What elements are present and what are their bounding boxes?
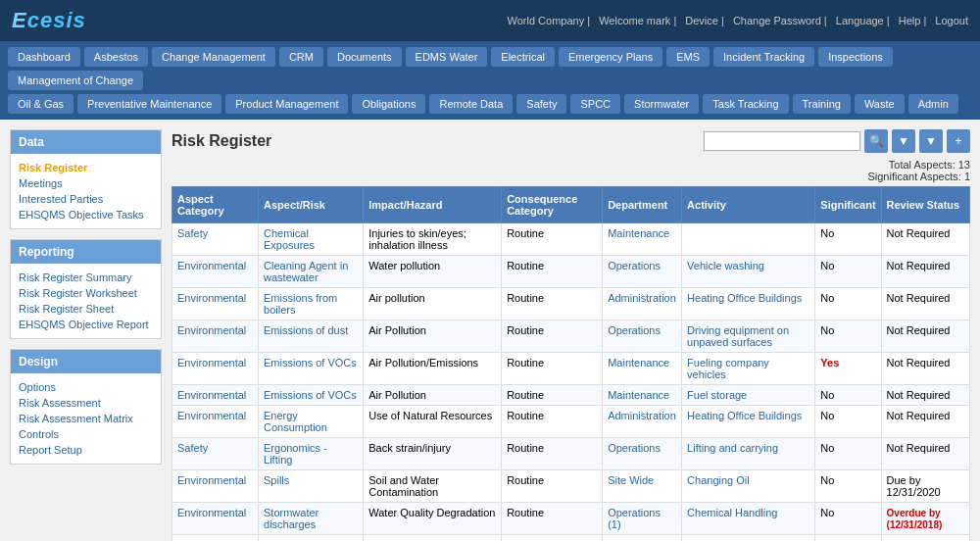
nav-btn-stormwater[interactable]: Stormwater xyxy=(624,94,699,114)
nav-btn-electrical[interactable]: Electrical xyxy=(491,47,555,67)
nav-btn-emergency-plans[interactable]: Emergency Plans xyxy=(559,47,662,67)
aspect-category-link[interactable]: Environmental xyxy=(177,260,246,271)
department-link[interactable]: Maintenance xyxy=(608,357,669,369)
nav-btn-waste[interactable]: Waste xyxy=(855,94,905,114)
nav-btn-preventative-maintenance[interactable]: Preventative Maintenance xyxy=(77,94,221,114)
logout-link[interactable]: Logout xyxy=(935,15,968,26)
aspect-category-link[interactable]: Environmental xyxy=(177,324,246,336)
sidebar-link-risk-assessment[interactable]: Risk Assessment xyxy=(19,395,153,411)
sidebar-link-risk-register-sheet[interactable]: Risk Register Sheet xyxy=(19,301,153,317)
activity-link[interactable]: Chemical Handling xyxy=(687,507,777,518)
nav-btn-obligations[interactable]: Obligations xyxy=(352,94,425,114)
nav-btn-inspections[interactable]: Inspections xyxy=(818,47,893,67)
activity-link[interactable]: Lifting and carrying xyxy=(687,442,778,454)
nav-btn-product-management[interactable]: Product Management xyxy=(225,94,348,114)
nav-btn-edms-water[interactable]: EDMS Water xyxy=(406,47,488,67)
aspect-risk-link[interactable]: Stormwater discharges xyxy=(264,507,318,530)
activity-link[interactable]: Fueling company vehicles xyxy=(687,357,769,380)
aspect-category-link[interactable]: Environmental xyxy=(177,292,246,304)
nav-btn-training[interactable]: Training xyxy=(793,94,851,114)
sidebar-link-report-setup[interactable]: Report Setup xyxy=(19,442,153,458)
table-row: EnvironmentalUse of OilConsumption of Na… xyxy=(172,535,970,542)
aspect-risk-link[interactable]: Emissions of VOCs xyxy=(264,389,357,401)
consequence-cell: Routine xyxy=(502,535,603,542)
aspect-category-link[interactable]: Safety xyxy=(177,227,208,239)
nav-btn-spcc[interactable]: SPCC xyxy=(570,94,620,114)
sidebar-link-options[interactable]: Options xyxy=(19,379,153,395)
language-link[interactable]: Language xyxy=(836,15,884,26)
total-aspects: Total Aspects: 13 xyxy=(172,159,970,171)
aspect-risk-link[interactable]: Emissions of dust xyxy=(264,324,348,336)
sidebar-link-meetings[interactable]: Meetings xyxy=(19,175,153,191)
significant-cell: No xyxy=(815,256,881,288)
aspect-risk-link[interactable]: Ergonomics - Lifting xyxy=(264,442,327,466)
filter2-button[interactable]: ▼ xyxy=(919,129,943,153)
department-link[interactable]: Maintenance xyxy=(608,227,669,239)
aspect-risk-link[interactable]: Energy Consumption xyxy=(264,410,327,433)
sidebar-link-interested-parties[interactable]: Interested Parties xyxy=(19,191,153,207)
nav-btn-asbestos[interactable]: Asbestos xyxy=(84,47,148,67)
sidebar-link-risk-register[interactable]: Risk Register xyxy=(19,160,153,175)
help-link[interactable]: Help xyxy=(899,15,921,26)
aspect-risk-link[interactable]: Emissions from boilers xyxy=(264,292,337,316)
search-button[interactable]: 🔍 xyxy=(864,129,888,153)
aspect-risk-link[interactable]: Chemical Exposures xyxy=(264,227,315,251)
department-link[interactable]: Operations xyxy=(608,324,661,336)
nav-btn-management-of-change[interactable]: Management of Change xyxy=(8,71,143,90)
nav-btn-documents[interactable]: Documents xyxy=(327,47,402,67)
change-password-link[interactable]: Change Password xyxy=(733,15,821,26)
activity-link[interactable]: Driving equipment on unpaved surfaces xyxy=(687,324,789,348)
impact-cell: Injuries to skin/eyes; inhalation illnes… xyxy=(364,223,502,256)
nav-btn-task-tracking[interactable]: Task Tracking xyxy=(703,94,788,114)
col-consequence: Consequence Category xyxy=(502,187,603,223)
sidebar-link-risk-register-summary[interactable]: Risk Register Summary xyxy=(19,270,153,285)
review-status-cell: Not Required xyxy=(881,385,969,406)
department-link[interactable]: Administration xyxy=(608,410,676,421)
department-link[interactable]: Maintenance xyxy=(608,389,669,401)
department-link[interactable]: Operations (1) xyxy=(608,507,661,530)
activity-link[interactable]: Fuel storage xyxy=(687,389,747,401)
nav-btn-safety[interactable]: Safety xyxy=(516,94,566,114)
sidebar-link-controls[interactable]: Controls xyxy=(19,426,153,442)
aspect-category-link[interactable]: Environmental xyxy=(177,474,246,486)
nav-btn-admin[interactable]: Admin xyxy=(908,94,958,114)
sidebar-link-risk-register-worksheet[interactable]: Risk Register Worksheet xyxy=(19,285,153,301)
nav-btn-incident-tracking[interactable]: Incident Tracking xyxy=(713,47,814,67)
aspect-risk-link[interactable]: Cleaning Agent in wastewater xyxy=(264,260,348,283)
nav-btn-crm[interactable]: CRM xyxy=(279,47,323,67)
department-link[interactable]: Operations xyxy=(608,260,661,271)
significant-aspects: Significant Aspects: 1 xyxy=(172,171,970,182)
sidebar-link-risk-assessment-matrix[interactable]: Risk Assessment Matrix xyxy=(19,411,153,426)
department-link[interactable]: Site Wide xyxy=(608,474,654,486)
aspect-category-link[interactable]: Safety xyxy=(177,442,208,454)
search-input[interactable] xyxy=(704,131,860,151)
sidebar-link-ehsqms-objective-tasks[interactable]: EHSQMS Objective Tasks xyxy=(19,207,153,222)
nav-btn-remote-data[interactable]: Remote Data xyxy=(429,94,513,114)
nav-btn-change-management[interactable]: Change Management xyxy=(152,47,275,67)
department-link[interactable]: Operations xyxy=(608,442,661,454)
device-link[interactable]: Device xyxy=(685,15,718,26)
aspect-risk-link[interactable]: Spills xyxy=(264,474,289,486)
activity-link[interactable]: Changing Oil xyxy=(687,474,750,486)
nav-btn-dashboard[interactable]: Dashboard xyxy=(8,47,80,67)
aspect-risk-link[interactable]: Emissions of VOCs xyxy=(264,357,357,369)
add-button[interactable]: + xyxy=(947,129,970,153)
table-row: SafetyErgonomics - LiftingBack strain/in… xyxy=(172,438,970,470)
activity-link[interactable]: Heating Office Buildings xyxy=(687,410,802,421)
activity-link[interactable]: Vehicle washing xyxy=(687,260,764,271)
nav-btn-ems[interactable]: EMS xyxy=(666,47,710,67)
world-company-link[interactable]: World Company xyxy=(508,15,585,26)
aspect-category-link[interactable]: Environmental xyxy=(177,507,246,518)
filter-button[interactable]: ▼ xyxy=(892,129,915,153)
aspect-category-link[interactable]: Environmental xyxy=(177,357,246,369)
department-link[interactable]: Administration xyxy=(608,292,676,304)
review-status-cell: Not Required xyxy=(881,438,969,470)
welcome-mark-link[interactable]: Welcome mark xyxy=(599,15,670,26)
aspect-category-link[interactable]: Environmental xyxy=(177,410,246,421)
table-row: EnvironmentalEmissions of dustAir Pollut… xyxy=(172,320,970,353)
navigation: DashboardAsbestosChange ManagementCRMDoc… xyxy=(0,41,980,120)
nav-btn-oil-&-gas[interactable]: Oil & Gas xyxy=(8,94,74,114)
activity-link[interactable]: Heating Office Buildings xyxy=(687,292,802,304)
sidebar-link-ehsqms-objective-report[interactable]: EHSQMS Objective Report xyxy=(19,317,153,332)
aspect-category-link[interactable]: Environmental xyxy=(177,389,246,401)
